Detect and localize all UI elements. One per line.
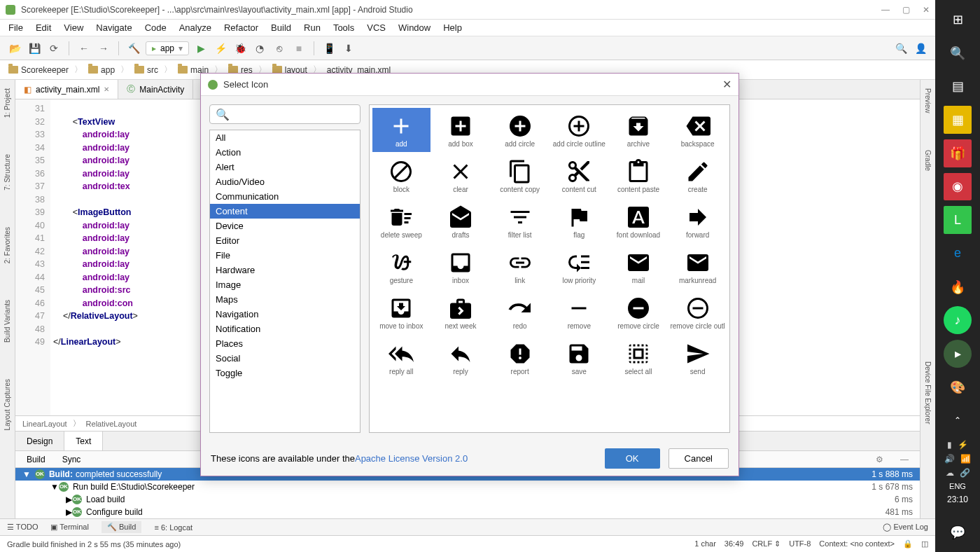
icon-item-report[interactable]: report bbox=[491, 336, 549, 380]
build-row-loadbuild[interactable]: ▶ OKLoad build6 ms bbox=[15, 493, 920, 506]
icon-item-save[interactable]: save bbox=[550, 336, 608, 380]
indicator-icon[interactable]: ◫ bbox=[921, 539, 928, 548]
icon-item-remove-circle-outl[interactable]: remove circle outl bbox=[668, 290, 727, 334]
panel-project[interactable]: 1: Project bbox=[2, 84, 13, 122]
icon-item-move-to-inbox[interactable]: move to inbox bbox=[372, 290, 430, 334]
icon-item-flag[interactable]: flag bbox=[550, 199, 608, 243]
menu-help[interactable]: Help bbox=[443, 22, 462, 33]
save-icon[interactable]: 💾 bbox=[27, 41, 42, 56]
panel-preview[interactable]: Preview bbox=[923, 84, 933, 118]
tab-mainactivity[interactable]: ⒸMainActivity bbox=[118, 80, 193, 99]
status-context[interactable]: Context: <no context> bbox=[819, 539, 895, 548]
panel-build-variants[interactable]: Build Variants bbox=[2, 296, 13, 347]
menu-run[interactable]: Run bbox=[304, 22, 321, 33]
build-row-runbuild[interactable]: ▼ OKRun build E:\Studio\Scorekeeper1 s 6… bbox=[15, 481, 920, 493]
icon-item-font-download[interactable]: font download bbox=[610, 199, 668, 243]
taskbar-time[interactable]: 23:10 bbox=[947, 495, 968, 504]
close-icon[interactable]: ✕ bbox=[923, 5, 930, 15]
panel-gradle[interactable]: Gradle bbox=[923, 146, 933, 175]
menu-code[interactable]: Code bbox=[145, 22, 167, 33]
run-icon[interactable]: ▶ bbox=[193, 41, 209, 56]
menu-refactor[interactable]: Refactor bbox=[224, 22, 258, 33]
subtab-sync[interactable]: Sync bbox=[62, 455, 81, 464]
start-icon[interactable]: ⊞ bbox=[944, 6, 972, 34]
icon-item-backspace[interactable]: backspace bbox=[668, 108, 727, 152]
battery-icon[interactable]: ▮ bbox=[947, 440, 952, 450]
menu-navigate[interactable]: Navigate bbox=[96, 22, 132, 33]
taskbar-lang[interactable]: ENG bbox=[949, 482, 966, 490]
icon-item-drafts[interactable]: drafts bbox=[432, 199, 490, 243]
bc-project[interactable]: Scorekeeper bbox=[6, 64, 71, 76]
category-audio-video[interactable]: Audio/Video bbox=[210, 174, 360, 189]
status-enc[interactable]: UTF-8 bbox=[789, 539, 811, 548]
icon-item-content-cut[interactable]: content cut bbox=[550, 153, 608, 198]
taskview-icon[interactable]: ▤ bbox=[944, 72, 972, 100]
taskbar-app-1[interactable]: ▦ bbox=[944, 106, 972, 134]
category-toggle[interactable]: Toggle bbox=[210, 366, 360, 380]
icon-item-archive[interactable]: archive bbox=[610, 108, 668, 152]
menu-edit[interactable]: Edit bbox=[36, 22, 51, 33]
firefox-icon[interactable]: 🔥 bbox=[944, 273, 972, 301]
sdk-icon[interactable]: ⬇ bbox=[341, 41, 356, 56]
menu-analyze[interactable]: Analyze bbox=[179, 22, 211, 33]
dialog-close-icon[interactable]: ✕ bbox=[722, 78, 732, 91]
minimize-icon[interactable]: — bbox=[881, 5, 890, 15]
icon-item-add-box[interactable]: add box bbox=[432, 108, 490, 152]
tab-activity-main[interactable]: ◧activity_main.xml✕ bbox=[15, 80, 118, 99]
icon-item-send[interactable]: send bbox=[668, 336, 727, 380]
cancel-button[interactable]: Cancel bbox=[668, 448, 729, 469]
tab-text[interactable]: Text bbox=[64, 432, 103, 450]
chevron-up-icon[interactable]: ⌃ bbox=[944, 407, 972, 435]
icon-item-gesture[interactable]: gesture bbox=[372, 244, 430, 289]
icon-item-link[interactable]: link bbox=[491, 244, 549, 289]
category-action[interactable]: Action bbox=[210, 145, 360, 160]
hammer-icon[interactable]: 🔨 bbox=[126, 41, 141, 56]
menu-vcs[interactable]: VCS bbox=[367, 22, 386, 33]
dialog-titlebar[interactable]: Select Icon ✕ bbox=[201, 74, 738, 96]
menu-view[interactable]: View bbox=[64, 22, 83, 33]
apply-changes-icon[interactable]: ⚡ bbox=[213, 41, 228, 56]
subtab-build[interactable]: Build bbox=[27, 455, 46, 464]
panel-layout-captures[interactable]: Layout Captures bbox=[2, 375, 13, 434]
panel-structure[interactable]: 7: Structure bbox=[2, 150, 13, 195]
icon-grid[interactable]: addadd boxadd circleadd circle outlinear… bbox=[369, 104, 730, 433]
event-log[interactable]: ◯ Event Log bbox=[883, 523, 928, 532]
category-hardware[interactable]: Hardware bbox=[210, 263, 360, 277]
icon-item-delete-sweep[interactable]: delete sweep bbox=[372, 199, 430, 243]
icon-item-forward[interactable]: forward bbox=[668, 199, 727, 243]
notifications-icon[interactable]: 💬 bbox=[944, 518, 972, 546]
icon-item-block[interactable]: block bbox=[372, 153, 430, 198]
category-navigation[interactable]: Navigation bbox=[210, 307, 360, 322]
taskbar-app-2[interactable]: 🎁 bbox=[944, 139, 972, 167]
icon-item-markunread[interactable]: markunread bbox=[668, 244, 727, 289]
category-device[interactable]: Device bbox=[210, 219, 360, 233]
tab-design[interactable]: Design bbox=[15, 432, 64, 450]
icon-item-remove[interactable]: remove bbox=[550, 290, 608, 334]
profile-icon[interactable]: ◔ bbox=[252, 41, 267, 56]
onedrive-icon[interactable]: ☁ bbox=[946, 468, 954, 478]
icon-item-inbox[interactable]: inbox bbox=[432, 244, 490, 289]
category-social[interactable]: Social bbox=[210, 351, 360, 366]
icon-item-add-circle-outline[interactable]: add circle outline bbox=[550, 108, 608, 152]
icon-item-reply-all[interactable]: reply all bbox=[372, 336, 430, 380]
menu-window[interactable]: Window bbox=[398, 22, 430, 33]
icon-search-input[interactable]: 🔍 bbox=[209, 104, 360, 124]
icon-item-next-week[interactable]: next week bbox=[432, 290, 490, 334]
menu-build[interactable]: Build bbox=[271, 22, 291, 33]
spotify-icon[interactable]: ♪ bbox=[944, 306, 972, 334]
link-icon[interactable]: 🔗 bbox=[960, 468, 970, 478]
category-alert[interactable]: Alert bbox=[210, 160, 360, 174]
icon-item-content-copy[interactable]: content copy bbox=[491, 153, 549, 198]
tool-build[interactable]: 🔨 Build bbox=[102, 521, 142, 533]
paint-icon[interactable]: 🎨 bbox=[944, 373, 972, 401]
category-communication[interactable]: Communication bbox=[210, 189, 360, 204]
maximize-icon[interactable]: ▢ bbox=[902, 5, 910, 15]
category-image[interactable]: Image bbox=[210, 277, 360, 292]
forward-icon[interactable]: → bbox=[96, 41, 111, 56]
build-row-configure[interactable]: ▶ OKConfigure build481 ms bbox=[15, 506, 920, 518]
sync-icon[interactable]: ⟳ bbox=[46, 41, 62, 56]
back-icon[interactable]: ← bbox=[76, 41, 92, 56]
tab-close-icon[interactable]: ✕ bbox=[104, 85, 109, 93]
icon-item-remove-circle[interactable]: remove circle bbox=[610, 290, 668, 334]
minimize-panel-icon[interactable]: — bbox=[900, 455, 909, 464]
